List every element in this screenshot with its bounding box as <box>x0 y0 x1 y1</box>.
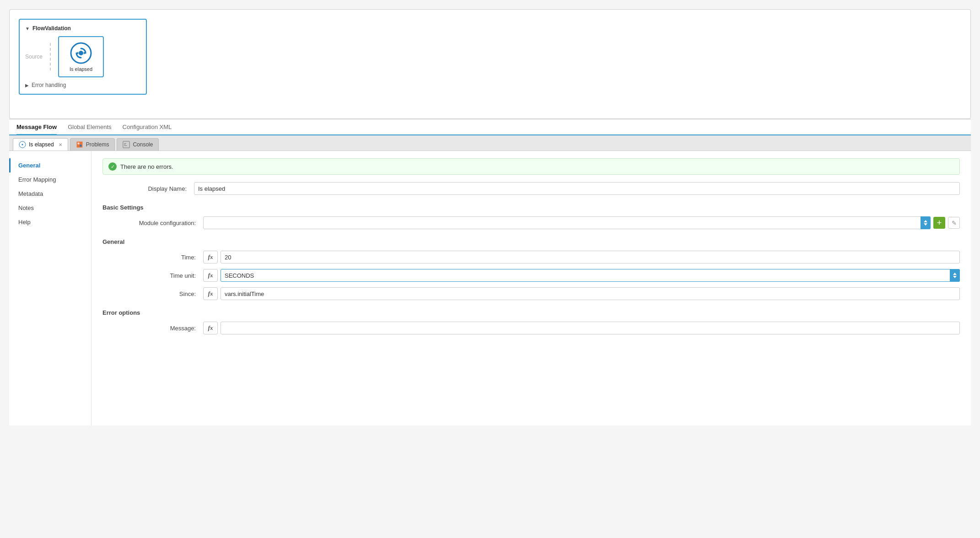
general-section-title: General <box>102 238 960 245</box>
error-options-section: Error options Message: fx <box>102 309 960 334</box>
sidebar-item-notes[interactable]: Notes <box>9 201 91 215</box>
console-tab-icon <box>123 141 130 148</box>
since-input[interactable] <box>221 287 960 300</box>
check-icon: ✓ <box>108 162 117 171</box>
flow-node-title: ▼ FlowValidation <box>25 25 140 32</box>
is-elapsed-icon <box>70 42 92 65</box>
panel-tab-problems-label: Problems <box>86 141 109 148</box>
basic-settings-title: Basic Settings <box>102 204 960 211</box>
tab-message-flow[interactable]: Message Flow <box>16 120 57 135</box>
message-input-group: fx <box>203 322 960 334</box>
display-name-row: Display Name: <box>102 182 960 195</box>
fx-icon-2: fx <box>208 272 213 279</box>
tab-global-elements[interactable]: Global Elements <box>68 120 111 135</box>
side-nav-active-indicator: General <box>9 158 91 172</box>
edit-module-config-button[interactable]: ✎ <box>948 217 960 229</box>
svg-point-1 <box>79 51 83 55</box>
basic-settings-section: Basic Settings Module configuration: <box>102 204 960 229</box>
message-input[interactable] <box>221 322 960 334</box>
time-unit-input-group: fx MILLISECONDS SECONDS MINUTES HOURS DA… <box>203 269 960 282</box>
panel-tab-is-elapsed-label: Is elapsed <box>29 141 54 148</box>
source-label: Source <box>25 54 43 60</box>
fx-icon-3: fx <box>208 290 213 297</box>
component-label: Is elapsed <box>70 66 92 72</box>
display-name-section: Display Name: <box>102 182 960 195</box>
panel-body: General Error Mapping Metadata Notes Hel… <box>9 151 971 425</box>
panel-tab-is-elapsed[interactable]: Is elapsed ✕ <box>13 138 68 151</box>
flow-name-label: FlowValidation <box>32 25 71 32</box>
side-nav: General Error Mapping Metadata Notes Hel… <box>9 151 92 425</box>
display-name-input[interactable] <box>194 182 960 195</box>
panel-tab-console[interactable]: Console <box>117 138 159 151</box>
time-input-group: fx <box>203 251 960 264</box>
message-label: Message: <box>112 325 203 332</box>
problems-tab-icon <box>76 141 83 148</box>
basic-settings-inner: Module configuration: <box>102 216 960 229</box>
module-config-select[interactable] <box>203 216 931 229</box>
canvas-area: ▼ FlowValidation Source <box>9 9 971 119</box>
module-config-row: Module configuration: <box>112 216 960 229</box>
connector-line <box>50 43 51 70</box>
since-row: Since: fx <box>112 287 960 300</box>
editor-tabs-bar: Message Flow Global Elements Configurati… <box>9 119 971 135</box>
time-unit-row: Time unit: fx MILLISECONDS SECONDS MINUT… <box>112 269 960 282</box>
is-elapsed-tab-icon <box>19 141 26 148</box>
panel-tab-problems[interactable]: Problems <box>70 138 115 151</box>
error-options-title: Error options <box>102 309 960 316</box>
svg-rect-6 <box>76 142 82 148</box>
display-name-label: Display Name: <box>102 185 194 192</box>
time-row: Time: fx <box>112 251 960 264</box>
tab-configuration-xml[interactable]: Configuration XML <box>123 120 172 135</box>
message-fx-button[interactable]: fx <box>203 322 218 334</box>
since-fx-button[interactable]: fx <box>203 287 218 300</box>
svg-point-7 <box>77 142 80 145</box>
message-row: Message: fx <box>112 322 960 334</box>
time-unit-select-wrapper: MILLISECONDS SECONDS MINUTES HOURS DAYS <box>221 269 960 282</box>
flow-node: ▼ FlowValidation Source <box>19 19 147 95</box>
time-unit-select[interactable]: MILLISECONDS SECONDS MINUTES HOURS DAYS <box>221 269 960 282</box>
panel-tab-close-icon[interactable]: ✕ <box>59 142 62 147</box>
error-handling-label: Error handling <box>32 82 66 88</box>
time-fx-button[interactable]: fx <box>203 251 218 264</box>
panel-tab-console-label: Console <box>133 141 153 148</box>
error-handling-row[interactable]: ▶ Error handling <box>25 82 140 88</box>
sidebar-item-metadata[interactable]: Metadata <box>9 187 91 201</box>
svg-point-8 <box>80 145 82 147</box>
no-errors-message: There are no errors. <box>120 163 173 170</box>
general-section: General Time: fx Time u <box>102 238 960 300</box>
module-config-label: Module configuration: <box>112 220 203 226</box>
flow-node-content: Source Is elapsed <box>25 36 140 77</box>
svg-rect-9 <box>123 141 129 148</box>
add-module-config-button[interactable]: + <box>933 217 945 229</box>
since-label: Since: <box>112 291 203 297</box>
sidebar-item-error-mapping[interactable]: Error Mapping <box>9 172 91 187</box>
fx-icon: fx <box>208 253 213 261</box>
time-input[interactable] <box>221 251 960 264</box>
time-unit-label: Time unit: <box>112 272 203 279</box>
no-errors-banner: ✓ There are no errors. <box>102 158 960 175</box>
time-unit-fx-button[interactable]: fx <box>203 269 218 282</box>
main-content: ✓ There are no errors. Display Name: Bas… <box>92 151 971 425</box>
error-handling-arrow-icon: ▶ <box>25 83 29 88</box>
svg-point-5 <box>22 144 23 145</box>
sidebar-item-general[interactable]: General <box>9 158 91 172</box>
general-inner: Time: fx Time unit: fx <box>102 251 960 300</box>
collapse-arrow-icon[interactable]: ▼ <box>25 26 30 31</box>
sidebar-item-help[interactable]: Help <box>9 215 91 229</box>
main-container: ▼ FlowValidation Source <box>0 0 980 538</box>
error-options-inner: Message: fx <box>102 322 960 334</box>
panel-tabs-bar: Is elapsed ✕ Problems Console <box>9 135 971 151</box>
module-config-select-wrapper <box>203 216 931 229</box>
component-box[interactable]: Is elapsed <box>58 36 104 77</box>
edit-icon: ✎ <box>952 220 957 226</box>
time-label: Time: <box>112 254 203 261</box>
since-input-group: fx <box>203 287 960 300</box>
fx-icon-4: fx <box>208 324 213 332</box>
